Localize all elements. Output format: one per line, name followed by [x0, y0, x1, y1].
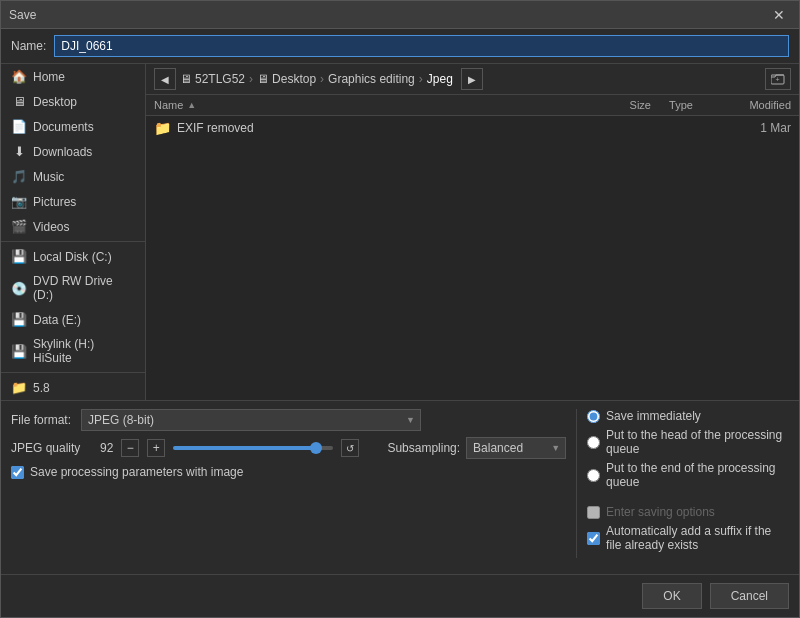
- sidebar-separator-2: [1, 372, 145, 373]
- folder-desktop-icon: 🖥: [257, 72, 269, 86]
- format-select-row: File format: JPEG (8-bit) PNG TIFF BMP: [11, 409, 566, 431]
- folder-icon: 📁: [154, 120, 171, 136]
- save-processing-label: Save processing parameters with image: [30, 465, 243, 479]
- sidebar-label-data-e: Data (E:): [33, 313, 81, 327]
- sidebar-label-dvd-drive: DVD RW Drive (D:): [33, 274, 135, 302]
- music-icon: 🎵: [11, 169, 27, 184]
- quality-reset-button[interactable]: ↺: [341, 439, 359, 457]
- sidebar-item-home[interactable]: 🏠 Home: [1, 64, 145, 89]
- quality-slider[interactable]: [173, 446, 333, 450]
- sidebar-separator: [1, 241, 145, 242]
- file-name: EXIF removed: [177, 121, 573, 135]
- sidebar-label-desktop: Desktop: [33, 95, 77, 109]
- sidebar-item-data-e[interactable]: 💾 Data (E:): [1, 307, 145, 332]
- pictures-icon: 📷: [11, 194, 27, 209]
- sidebar-item-skylink[interactable]: 💾 Skylink (H:) HiSuite: [1, 332, 145, 370]
- quality-decrease-button[interactable]: −: [121, 439, 139, 457]
- quality-increase-button[interactable]: +: [147, 439, 165, 457]
- sidebar-item-downloads[interactable]: ⬇ Downloads: [1, 139, 145, 164]
- subsampling-label: Subsampling:: [387, 441, 460, 455]
- downloads-icon: ⬇: [11, 144, 27, 159]
- subsampling-select-wrapper[interactable]: Balanced 4:2:0 4:2:2 4:4:4: [466, 437, 566, 459]
- sidebar-item-pictures[interactable]: 📷 Pictures: [1, 189, 145, 214]
- subsampling-select[interactable]: Balanced 4:2:0 4:2:2 4:4:4: [466, 437, 566, 459]
- radio-end-queue-label: Put to the end of the processing queue: [606, 461, 789, 489]
- documents-icon: 📄: [11, 119, 27, 134]
- cancel-button[interactable]: Cancel: [710, 583, 789, 609]
- sidebar-item-dvd-drive[interactable]: 💿 DVD RW Drive (D:): [1, 269, 145, 307]
- radio-head-queue[interactable]: Put to the head of the processing queue: [587, 428, 789, 456]
- name-label: Name:: [11, 39, 46, 53]
- computer-icon: 🖥: [180, 72, 192, 86]
- subsampling-group: Subsampling: Balanced 4:2:0 4:2:2 4:4:4: [387, 437, 566, 459]
- videos-icon: 🎬: [11, 219, 27, 234]
- data-e-icon: 💾: [11, 312, 27, 327]
- breadcrumb-desktop[interactable]: 🖥 Desktop: [257, 72, 316, 86]
- quality-value: 92: [88, 441, 113, 455]
- new-folder-button[interactable]: +: [765, 68, 791, 90]
- desktop-icon: 🖥: [11, 94, 27, 109]
- sidebar-label-pictures: Pictures: [33, 195, 76, 209]
- back-button[interactable]: ◀: [154, 68, 176, 90]
- quality-label: JPEG quality: [11, 441, 80, 455]
- auto-suffix-label: Automatically add a suffix if the file a…: [606, 524, 789, 552]
- title-bar: Save ✕: [1, 1, 799, 29]
- col-header-name[interactable]: Name ▲: [154, 99, 591, 111]
- radio-save-immediately[interactable]: Save immediately: [587, 409, 789, 423]
- sidebar: 🏠 Home 🖥 Desktop 📄 Documents ⬇ Downloads…: [1, 64, 146, 400]
- col-header-modified[interactable]: Modified: [711, 99, 791, 111]
- radio-save-immediately-label: Save immediately: [606, 409, 701, 423]
- format-label: File format:: [11, 413, 71, 427]
- dvd-drive-icon: 💿: [11, 281, 27, 296]
- sidebar-item-5-8[interactable]: 📁 5.8: [1, 375, 145, 400]
- close-button[interactable]: ✕: [767, 5, 791, 25]
- file-list-header: Name ▲ Size Type Modified: [146, 95, 799, 116]
- breadcrumb-jpeg: Jpeg: [427, 72, 453, 86]
- action-buttons: OK Cancel: [1, 574, 799, 617]
- breadcrumb-52tlg52[interactable]: 🖥 52TLG52: [180, 72, 245, 86]
- sidebar-label-downloads: Downloads: [33, 145, 92, 159]
- sidebar-item-videos[interactable]: 🎬 Videos: [1, 214, 145, 239]
- file-modified: 1 Mar: [711, 121, 791, 135]
- breadcrumb-bar: ◀ 🖥 52TLG52 › 🖥 Desktop › Graphics editi…: [146, 64, 799, 95]
- sidebar-item-music[interactable]: 🎵 Music: [1, 164, 145, 189]
- auto-suffix-checkbox[interactable]: [587, 532, 600, 545]
- sidebar-label-documents: Documents: [33, 120, 94, 134]
- enter-saving-label: Enter saving options: [606, 505, 715, 519]
- save-processing-checkbox[interactable]: [11, 466, 24, 479]
- format-select[interactable]: JPEG (8-bit) PNG TIFF BMP: [81, 409, 421, 431]
- auto-suffix-row: Automatically add a suffix if the file a…: [587, 524, 789, 552]
- radio-end-queue[interactable]: Put to the end of the processing queue: [587, 461, 789, 489]
- name-row: Name:: [1, 29, 799, 64]
- enter-saving-row: Enter saving options: [587, 505, 789, 519]
- col-header-type[interactable]: Type: [651, 99, 711, 111]
- format-left: File format: JPEG (8-bit) PNG TIFF BMP J…: [11, 409, 566, 558]
- format-select-wrapper[interactable]: JPEG (8-bit) PNG TIFF BMP: [81, 409, 421, 431]
- dialog-title: Save: [9, 8, 36, 22]
- save-dialog: Save ✕ Name: 🏠 Home 🖥 Desktop 📄 Document…: [0, 0, 800, 618]
- new-folder-icon: +: [771, 72, 785, 86]
- sidebar-item-documents[interactable]: 📄 Documents: [1, 114, 145, 139]
- main-area: 🏠 Home 🖥 Desktop 📄 Documents ⬇ Downloads…: [1, 64, 799, 400]
- radio-head-queue-label: Put to the head of the processing queue: [606, 428, 789, 456]
- sidebar-item-local-disk[interactable]: 💾 Local Disk (C:): [1, 244, 145, 269]
- sidebar-label-home: Home: [33, 70, 65, 84]
- format-row: File format: JPEG (8-bit) PNG TIFF BMP J…: [11, 409, 789, 558]
- radio-column: Save immediately Put to the head of the …: [576, 409, 789, 558]
- sidebar-label-5-8: 5.8: [33, 381, 50, 395]
- filename-input[interactable]: [54, 35, 789, 57]
- sort-arrow-icon: ▲: [187, 100, 196, 110]
- save-processing-row: Save processing parameters with image: [11, 465, 566, 479]
- table-row[interactable]: 📁 EXIF removed 1 Mar: [146, 116, 799, 140]
- ok-button[interactable]: OK: [642, 583, 701, 609]
- sidebar-item-desktop[interactable]: 🖥 Desktop: [1, 89, 145, 114]
- col-header-size[interactable]: Size: [591, 99, 651, 111]
- quality-row: JPEG quality 92 − + ↺ Subsampling: Balan…: [11, 437, 566, 459]
- sidebar-label-videos: Videos: [33, 220, 69, 234]
- breadcrumb-graphics-editing[interactable]: Graphics editing: [328, 72, 415, 86]
- home-icon: 🏠: [11, 69, 27, 84]
- forward-button[interactable]: ▶: [461, 68, 483, 90]
- svg-text:+: +: [775, 76, 779, 83]
- skylink-icon: 💾: [11, 344, 27, 359]
- sidebar-label-skylink: Skylink (H:) HiSuite: [33, 337, 135, 365]
